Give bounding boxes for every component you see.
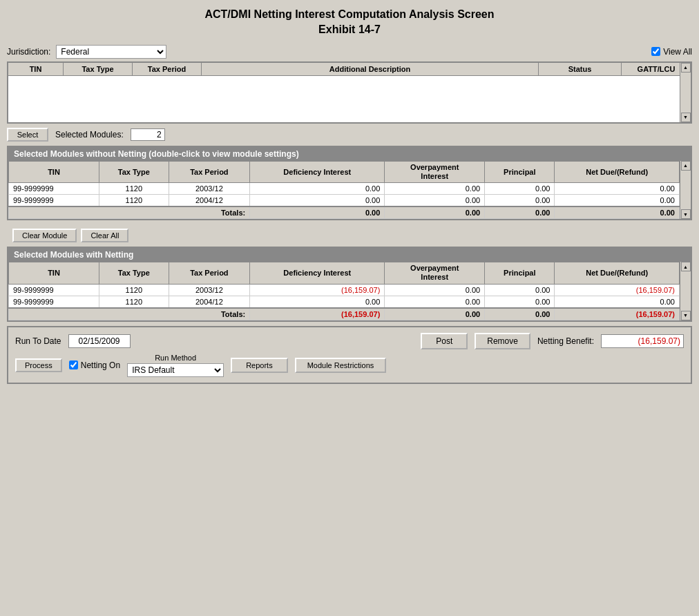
wtn-cell-net: (16,159.07) (555, 284, 680, 296)
top-table-header: TIN Tax Type Tax Period Additional Descr… (8, 63, 691, 76)
wtn-cell-tax-type: 1120 (99, 296, 169, 308)
scroll-track (681, 73, 691, 113)
wtn-scroll-down[interactable] (681, 311, 691, 320)
wn-total-principal: 0.00 (485, 206, 555, 219)
wn-cell-principal: 0.00 (485, 183, 555, 195)
wtn-cell-over: 0.00 (385, 284, 485, 296)
netting-benefit-value (601, 334, 684, 348)
wtn-cell-tin: 99-9999999 (9, 284, 99, 296)
post-button[interactable]: Post (421, 333, 468, 349)
col-tax-period: Tax Period (133, 63, 202, 75)
with-netting-panel: Selected Modules with Netting TIN Tax Ty… (7, 247, 692, 321)
wtn-cell-def: 0.00 (250, 296, 385, 308)
without-netting-col-headers: TIN Tax Type Tax Period Deficiency Inter… (9, 161, 680, 182)
wtn-cell-tax-period: 2004/12 (169, 296, 250, 308)
clear-module-button[interactable]: Clear Module (12, 229, 77, 242)
page-title-line1: ACT/DMI Netting Interest Computation Ana… (7, 7, 692, 22)
run-to-date-label: Run To Date (15, 336, 61, 346)
wn-th-tax-period: Tax Period (169, 161, 250, 182)
action-bar: Run To Date Post Remove Netting Benefit:… (7, 326, 692, 384)
reports-button[interactable]: Reports (231, 358, 288, 373)
run-to-date-input[interactable] (68, 334, 131, 348)
wn-cell-over: 0.00 (385, 183, 485, 195)
col-tin: TIN (8, 63, 64, 75)
without-netting-rows: 99-9999999 1120 2003/12 0.00 0.00 0.00 0… (9, 183, 680, 207)
wn-cell-tax-period: 2004/12 (169, 195, 250, 207)
wn-cell-principal: 0.00 (485, 195, 555, 207)
wtn-cell-net: 0.00 (555, 296, 680, 308)
wtn-th-net-due: Net Due/(Refund) (555, 262, 680, 284)
jurisdiction-select[interactable]: Federal State Local (56, 45, 166, 59)
wn-scroll-track (681, 171, 691, 209)
wtn-total-over: 0.00 (385, 308, 485, 320)
selected-modules-value: 2 (131, 128, 165, 141)
wn-total-net: 0.00 (555, 206, 680, 219)
table-row: 99-9999999 1120 2004/12 0.00 0.00 0.00 0… (9, 296, 680, 308)
netting-on-group: Netting On (69, 360, 120, 370)
wtn-scroll-up[interactable] (681, 262, 691, 271)
wn-cell-def: 0.00 (250, 195, 385, 207)
wtn-cell-principal: 0.00 (485, 296, 555, 308)
wn-th-principal: Principal (485, 161, 555, 182)
selected-modules-label: Selected Modules: (55, 130, 124, 139)
top-table-scrollbar[interactable] (680, 63, 691, 122)
wtn-th-overpayment: OverpaymentInterest (385, 262, 485, 284)
view-all-checkbox[interactable] (651, 47, 660, 56)
wtn-th-principal: Principal (485, 262, 555, 284)
table-row: 99-9999999 1120 2004/12 0.00 0.00 0.00 0… (9, 195, 680, 207)
without-netting-body: TIN Tax Type Tax Period Deficiency Inter… (8, 161, 691, 219)
wn-cell-tax-type: 1120 (99, 183, 169, 195)
without-netting-scrollbar[interactable] (680, 161, 691, 219)
without-netting-panel: Selected Modules without Netting (double… (7, 146, 692, 220)
with-netting-rows: 99-9999999 1120 2003/12 (16,159.07) 0.00… (9, 284, 680, 308)
with-netting-totals: Totals: (16,159.07) 0.00 0.00 (16,159.07… (9, 308, 680, 320)
with-netting-scrollbar[interactable] (680, 262, 691, 320)
wn-th-overpayment: OverpaymentInterest (385, 161, 485, 182)
wtn-cell-tax-type: 1120 (99, 284, 169, 296)
wn-total-over: 0.00 (385, 206, 485, 219)
wn-th-def-interest: Deficiency Interest (250, 161, 385, 182)
with-netting-table: TIN Tax Type Tax Period Deficiency Inter… (8, 262, 680, 320)
wn-th-tax-type: Tax Type (99, 161, 169, 182)
table-row: 99-9999999 1120 2003/12 0.00 0.00 0.00 0… (9, 183, 680, 195)
action-row-1: Run To Date Post Remove Netting Benefit: (15, 333, 684, 349)
wn-cell-over: 0.00 (385, 195, 485, 207)
wn-cell-tin: 99-9999999 (9, 183, 99, 195)
wtn-total-principal: 0.00 (485, 308, 555, 320)
wtn-th-tin: TIN (9, 262, 99, 284)
clear-button-group: Clear Module Clear All (7, 224, 692, 247)
select-row: Select Selected Modules: 2 (7, 128, 692, 142)
with-netting-header: Selected Modules with Netting (8, 248, 691, 262)
wtn-cell-def: (16,159.07) (250, 284, 385, 296)
scroll-up-btn[interactable] (681, 63, 691, 73)
wtn-th-tax-period: Tax Period (169, 262, 250, 284)
wtn-th-def-interest: Deficiency Interest (250, 262, 385, 284)
wn-scroll-up[interactable] (681, 161, 691, 171)
with-netting-col-headers: TIN Tax Type Tax Period Deficiency Inter… (9, 262, 680, 284)
netting-on-checkbox[interactable] (69, 360, 78, 369)
wn-cell-net: 0.00 (555, 183, 680, 195)
top-table: TIN Tax Type Tax Period Additional Descr… (7, 61, 692, 124)
wn-th-net-due: Net Due/(Refund) (555, 161, 680, 182)
run-method-select[interactable]: IRS Default Custom (127, 363, 224, 377)
wn-scroll-down[interactable] (681, 209, 691, 219)
action-row-2: Process Netting On Run Method IRS Defaul… (15, 354, 684, 377)
clear-all-button[interactable]: Clear All (81, 229, 128, 242)
remove-button[interactable]: Remove (475, 333, 530, 349)
title-section: ACT/DMI Netting Interest Computation Ana… (7, 7, 692, 38)
scroll-down-btn[interactable] (681, 113, 691, 122)
wtn-cell-tax-period: 2003/12 (169, 284, 250, 296)
wtn-total-def: (16,159.07) (250, 308, 385, 320)
wn-cell-tax-type: 1120 (99, 195, 169, 207)
select-button[interactable]: Select (7, 128, 48, 142)
without-netting-totals: Totals: 0.00 0.00 0.00 0.00 (9, 206, 680, 219)
wn-cell-tin: 99-9999999 (9, 195, 99, 207)
col-tax-type: Tax Type (64, 63, 133, 75)
view-all-label: View All (663, 47, 692, 57)
module-restrictions-button[interactable]: Module Restrictions (295, 358, 387, 373)
wn-th-tin: TIN (9, 161, 99, 182)
wtn-total-net: (16,159.07) (555, 308, 680, 320)
without-netting-table: TIN Tax Type Tax Period Deficiency Inter… (8, 161, 680, 219)
table-row: 99-9999999 1120 2003/12 (16,159.07) 0.00… (9, 284, 680, 296)
process-button[interactable]: Process (15, 358, 62, 372)
